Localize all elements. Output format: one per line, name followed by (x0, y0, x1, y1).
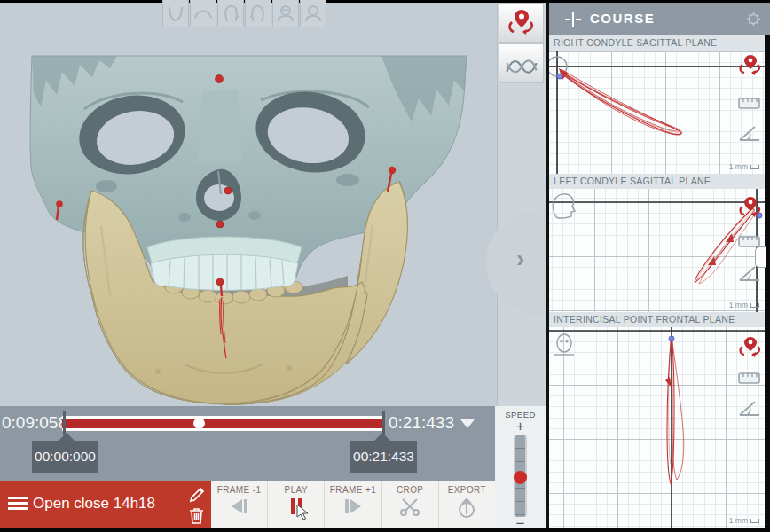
chart-left-condyle[interactable]: 1 mm (549, 189, 765, 312)
face-front-icon (554, 334, 574, 355)
scale-label: 1 mm (729, 301, 759, 309)
step-forward-icon (342, 497, 365, 515)
head-profile-icon (553, 194, 575, 218)
jaw-motion-app: › COURSE RIGHT CONDYLE SAGITTAL PLANE (0, 0, 770, 532)
speed-control: SPEED + − (495, 406, 546, 528)
course-pin-icon (738, 54, 763, 77)
transport-controls: FRAME -1 PLAY FRAME +1 CROP EXPORT (211, 481, 495, 528)
timeline-bar[interactable] (62, 416, 384, 431)
timeline: 0:09:058 0:21:433 00:00:000 00:21:433 (0, 406, 495, 481)
pencil-icon[interactable] (188, 485, 207, 504)
speed-increase-button[interactable]: + (495, 421, 546, 432)
axis-course-icon (563, 10, 583, 29)
chart-interincisal[interactable]: 1 mm (549, 327, 765, 532)
head-back-view-button[interactable] (300, 0, 326, 27)
scale-label: 1 mm (729, 516, 759, 525)
scale-label: 1 mm (729, 162, 759, 171)
course-panel-header: COURSE (546, 3, 770, 35)
upper-arch-view-icon (192, 3, 214, 24)
scale-bracket-icon (750, 165, 759, 169)
occlusion-curves-button[interactable] (499, 43, 544, 83)
play-pause-button[interactable]: PLAY (268, 481, 325, 528)
course-trace-button[interactable] (499, 3, 544, 43)
course-panel-title: COURSE (590, 11, 655, 26)
trim-end-tooltip: 00:21:433 (350, 441, 417, 473)
current-time: 0:09:058 (2, 413, 67, 433)
export-button[interactable]: EXPORT (439, 481, 495, 528)
angle-button[interactable] (738, 396, 763, 419)
chart-title-left-condyle: LEFT CONDYLE SAGITTAL PLANE (549, 174, 765, 189)
course-pin-icon (738, 196, 763, 219)
scissors-icon (398, 497, 421, 517)
hamburger-icon[interactable] (8, 497, 28, 512)
trace-arrowhead (726, 233, 734, 242)
export-icon (456, 497, 477, 519)
current-position-dot (669, 336, 674, 341)
chart-title-right-condyle: RIGHT CONDYLE SAGITTAL PLANE (549, 35, 765, 51)
trim-start-marker[interactable] (63, 411, 66, 435)
head-profile-right-view-icon (248, 3, 269, 24)
upper-arch-view-button[interactable] (190, 0, 216, 27)
angle-icon (738, 396, 761, 418)
course-pin-button[interactable] (738, 196, 763, 219)
frame-back-button[interactable]: FRAME -1 (211, 481, 268, 528)
chevron-right-icon: › (516, 245, 524, 273)
panel-resize-handle[interactable] (755, 246, 766, 268)
trash-icon[interactable] (188, 506, 205, 525)
angle-button[interactable] (738, 121, 763, 145)
ruler-button[interactable] (738, 97, 763, 120)
window-right-edge (765, 35, 770, 532)
step-back-icon (228, 497, 251, 515)
trim-start-tooltip: 00:00:000 (32, 441, 98, 473)
face-front-view-button[interactable] (272, 0, 299, 27)
3d-viewport[interactable] (0, 3, 497, 406)
ruler-icon (738, 97, 761, 111)
chart-right-condyle-plot (549, 51, 765, 174)
trim-end-marker[interactable] (382, 411, 385, 435)
angle-icon (738, 121, 761, 143)
course-pin-button[interactable] (738, 336, 763, 359)
chart-title-interincisal: INTERINCISAL POINT FRONTAL PLANE (549, 312, 765, 327)
head-back-view-icon (302, 3, 324, 24)
chart-right-condyle[interactable]: 1 mm (549, 51, 765, 174)
caret-down-icon[interactable] (460, 419, 475, 428)
chart-interincisal-plot (549, 327, 765, 532)
skull-3d-render[interactable] (0, 3, 497, 406)
gear-icon[interactable] (746, 12, 761, 27)
ruler-button[interactable] (738, 372, 763, 395)
head-profile-left-view-button[interactable] (217, 0, 244, 27)
pause-icon (288, 497, 304, 515)
timeline-progress (62, 419, 384, 428)
scale-bracket-icon (750, 303, 759, 308)
course-pin-button[interactable] (738, 54, 763, 77)
face-front-view-icon (275, 3, 296, 24)
lower-arch-view-button[interactable] (162, 0, 189, 27)
chart-left-condyle-plot (549, 189, 765, 312)
ruler-icon (738, 372, 761, 386)
playhead[interactable] (193, 418, 205, 429)
crop-button[interactable]: CROP (382, 481, 439, 528)
recording-name: Open close 14h18 (33, 495, 155, 512)
scale-bracket-icon (750, 519, 759, 523)
window-bottom-edge (0, 528, 770, 532)
course-pin-icon (738, 336, 763, 359)
course-pin-icon (507, 9, 537, 37)
head-profile-right-view-button[interactable] (245, 0, 271, 27)
lower-arch-view-icon (165, 3, 186, 24)
head-profile-left-view-icon (220, 3, 241, 24)
total-time: 0:21:433 (389, 413, 454, 433)
course-panel: RIGHT CONDYLE SAGITTAL PLANE (546, 35, 765, 532)
current-position-dot (557, 74, 562, 79)
occlusion-curves-icon (504, 50, 539, 78)
frame-forward-button[interactable]: FRAME +1 (325, 481, 381, 528)
recording-box[interactable]: Open close 14h18 (0, 481, 211, 528)
speed-slider-knob[interactable] (514, 471, 527, 484)
